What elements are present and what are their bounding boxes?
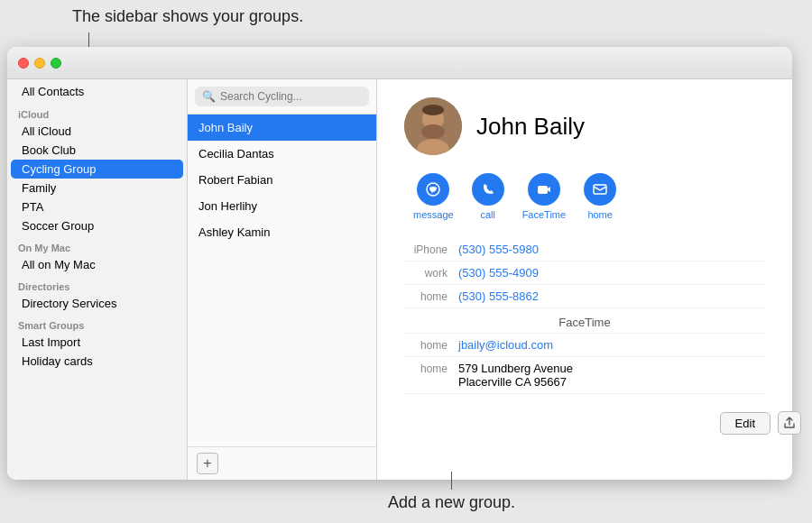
- facetime-icon: [528, 173, 560, 206]
- sidebar-item-last-import[interactable]: Last Import: [7, 333, 187, 352]
- share-button[interactable]: [778, 411, 801, 435]
- annotation-line-bottom: [451, 472, 452, 490]
- contact-item-ashley-kamin[interactable]: Ashley Kamin: [188, 219, 376, 245]
- call-icon: [472, 173, 504, 206]
- work-phone-label: work: [404, 266, 458, 280]
- contact-full-name: John Baily: [476, 113, 585, 141]
- iphone-label: iPhone: [404, 243, 458, 256]
- home-email-icon: [584, 173, 616, 206]
- home-email-label-field: home: [404, 338, 458, 352]
- contact-list: John Baily Cecilia Dantas Robert Fabian …: [188, 115, 376, 446]
- search-bar: 🔍: [188, 79, 376, 115]
- svg-rect-7: [594, 185, 606, 194]
- home-email-label: home: [587, 209, 613, 220]
- sidebar-section-icloud: iCloud: [7, 102, 187, 122]
- search-input[interactable]: [220, 90, 362, 103]
- search-input-wrap: 🔍: [195, 87, 369, 106]
- contact-header: John Baily: [404, 97, 765, 155]
- contact-item-jon-herlihy[interactable]: Jon Herlihy: [188, 193, 376, 219]
- sidebar-item-pta[interactable]: PTA: [7, 197, 187, 216]
- facetime-button[interactable]: FaceTime: [522, 173, 567, 220]
- add-contact-button[interactable]: +: [197, 453, 218, 474]
- edit-button[interactable]: Edit: [720, 412, 770, 435]
- action-buttons: message call FaceTime: [413, 173, 765, 220]
- contact-list-pane: 🔍 John Baily Cecilia Dantas Robert Fabia…: [188, 79, 377, 480]
- minimize-button[interactable]: [34, 58, 45, 69]
- sidebar-item-all-on-my-mac[interactable]: All on My Mac: [7, 255, 187, 274]
- sidebar-item-directory-services[interactable]: Directory Services: [7, 294, 187, 313]
- maximize-button[interactable]: [51, 58, 61, 69]
- facetime-section-label: FaceTime: [404, 308, 765, 334]
- detail-action-bar: Edit: [720, 411, 801, 435]
- bottom-annotation-text: Add a new group.: [388, 493, 515, 512]
- home-email-value[interactable]: jbaily@icloud.com: [458, 338, 553, 352]
- iphone-value[interactable]: (530) 555-5980: [458, 243, 539, 256]
- home-phone-value[interactable]: (530) 555-8862: [458, 289, 539, 303]
- field-work-phone: work (530) 555-4909: [404, 262, 765, 285]
- contact-item-cecilia-dantas[interactable]: Cecilia Dantas: [188, 141, 376, 167]
- call-label: call: [480, 209, 495, 220]
- sidebar-item-cycling-group[interactable]: Cycling Group: [11, 160, 183, 179]
- field-home-address: home 579 Lundberg AvenuePlacerville CA 9…: [404, 357, 765, 394]
- sidebar-item-all-contacts[interactable]: All Contacts: [7, 79, 187, 102]
- sidebar-section-directories: Directories: [7, 274, 187, 294]
- contacts-window: All Contacts iCloud All iCloud Book Club…: [7, 47, 792, 480]
- sidebar-section-on-my-mac: On My Mac: [7, 235, 187, 255]
- home-address-label: home: [404, 362, 458, 375]
- contact-item-john-baily[interactable]: John Baily: [188, 115, 376, 141]
- sidebar-item-all-icloud[interactable]: All iCloud: [7, 122, 187, 141]
- avatar: [404, 97, 462, 155]
- close-button[interactable]: [18, 58, 29, 69]
- call-button[interactable]: call: [472, 173, 504, 220]
- sidebar: All Contacts iCloud All iCloud Book Club…: [7, 79, 188, 480]
- traffic-lights: [18, 58, 61, 69]
- home-email-button[interactable]: home: [584, 173, 616, 220]
- sidebar-item-family[interactable]: Family: [7, 179, 187, 197]
- add-annotation: Add a new group.: [388, 472, 515, 512]
- content-area: All Contacts iCloud All iCloud Book Club…: [7, 79, 792, 480]
- home-address-value: 579 Lundberg AvenuePlacerville CA 95667: [458, 362, 573, 389]
- field-iphone: iPhone (530) 555-5980: [404, 238, 765, 262]
- contact-item-robert-fabian[interactable]: Robert Fabian: [188, 167, 376, 193]
- svg-rect-6: [538, 186, 548, 194]
- search-icon: 🔍: [202, 90, 216, 103]
- svg-point-2: [421, 124, 445, 139]
- message-button[interactable]: message: [413, 173, 454, 220]
- sidebar-item-soccer-group[interactable]: Soccer Group: [7, 216, 187, 235]
- home-phone-label: home: [404, 289, 458, 303]
- field-home-email: home jbaily@icloud.com: [404, 334, 765, 357]
- field-home-phone: home (530) 555-8862: [404, 285, 765, 308]
- sidebar-item-holiday-cards[interactable]: Holiday cards: [7, 352, 187, 371]
- message-icon: [417, 173, 449, 206]
- work-phone-value[interactable]: (530) 555-4909: [458, 266, 539, 280]
- sidebar-section-smart-groups: Smart Groups: [7, 313, 187, 333]
- sidebar-item-book-club[interactable]: Book Club: [7, 141, 187, 160]
- middle-bottom-bar: +: [188, 446, 376, 480]
- facetime-label: FaceTime: [522, 209, 567, 220]
- svg-point-4: [422, 105, 444, 115]
- titlebar: [7, 47, 792, 79]
- message-label: message: [413, 209, 454, 220]
- top-annotation: The sidebar shows your groups.: [72, 7, 303, 26]
